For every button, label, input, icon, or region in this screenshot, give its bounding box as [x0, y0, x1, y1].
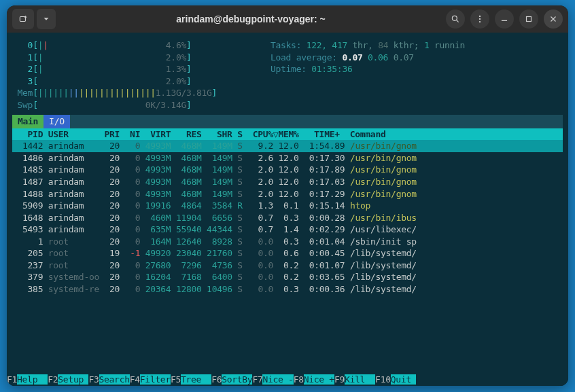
process-header[interactable]: PID USER PRI NI VIRT RES SHR S CPU%▽MEM%… [12, 128, 563, 141]
process-row[interactable]: 1 root 20 0 164M 12640 8928 S 0.0 0.3 0:… [12, 236, 563, 248]
process-row[interactable]: 5493 arindam 20 0 635M 55940 44344 S 0.7… [12, 224, 563, 236]
svg-point-1 [452, 16, 457, 20]
process-row[interactable]: 5909 arindam 20 0 19916 4864 3584 R 1.3 … [12, 200, 563, 212]
svg-rect-5 [527, 17, 532, 22]
process-row[interactable]: 379 systemd-oo 20 0 16204 7168 6400 S 0.… [12, 271, 563, 283]
close-button[interactable] [544, 10, 563, 29]
process-row[interactable]: 237 root 20 0 27680 7296 4736 S 0.0 0.2 … [12, 260, 563, 272]
process-row[interactable]: 1488 arindam 20 0 4993M 468M 149M S 2.0 … [12, 188, 563, 200]
terminal-window: arindam@debugpoint-voyager: ~ 0[|| [7, 5, 568, 386]
cpu-mem-meters: 0[|| 4.6%] 1[| 2.0%] 2[| 1.3%] 3[ 2.0%] … [12, 39, 271, 111]
new-tab-button[interactable] [12, 9, 34, 29]
function-keys[interactable]: F1Help F2Setup F3SearchF4FilterF5Tree F6… [7, 374, 568, 386]
window-title: arindam@debugpoint-voyager: ~ [56, 14, 446, 24]
process-row[interactable]: 385 systemd-re 20 0 20364 12800 10496 S … [12, 283, 563, 296]
menu-button[interactable] [470, 10, 489, 29]
dropdown-button[interactable] [37, 9, 56, 29]
process-row[interactable]: 1487 arindam 20 0 4993M 468M 149M S 2.0 … [12, 176, 563, 188]
maximize-button[interactable] [519, 10, 538, 29]
svg-point-3 [479, 18, 481, 20]
search-button[interactable] [446, 10, 465, 29]
minimize-button[interactable] [495, 10, 514, 29]
terminal-body[interactable]: 0[|| 4.6%] 1[| 2.0%] 2[| 1.3%] 3[ 2.0%] … [7, 33, 568, 386]
process-row[interactable]: 1486 arindam 20 0 4993M 468M 149M S 2.6 … [12, 152, 563, 164]
process-row[interactable]: 1648 arindam 20 0 460M 11904 6656 S 0.7 … [12, 212, 563, 224]
svg-point-2 [479, 16, 481, 17]
tab-main[interactable]: Main [12, 115, 43, 128]
process-row[interactable]: 205 root 19 -1 49920 23040 21760 S 0.0 0… [12, 247, 563, 260]
system-stats: Tasks: 122, 417 thr, 84 kthr; 1 runnin L… [271, 39, 563, 111]
process-row[interactable]: 1442 arindam 20 0 4993M 468M 149M S 9.2 … [12, 140, 563, 152]
svg-point-4 [479, 21, 481, 22]
tab-io[interactable]: I/O [43, 115, 70, 128]
process-row[interactable]: 1485 arindam 20 0 4993M 468M 149M S 2.0 … [12, 164, 563, 176]
tab-bar: MainI/O [12, 115, 563, 128]
process-list[interactable]: 1442 arindam 20 0 4993M 468M 149M S 9.2 … [12, 140, 563, 295]
titlebar: arindam@debugpoint-voyager: ~ [7, 5, 568, 33]
